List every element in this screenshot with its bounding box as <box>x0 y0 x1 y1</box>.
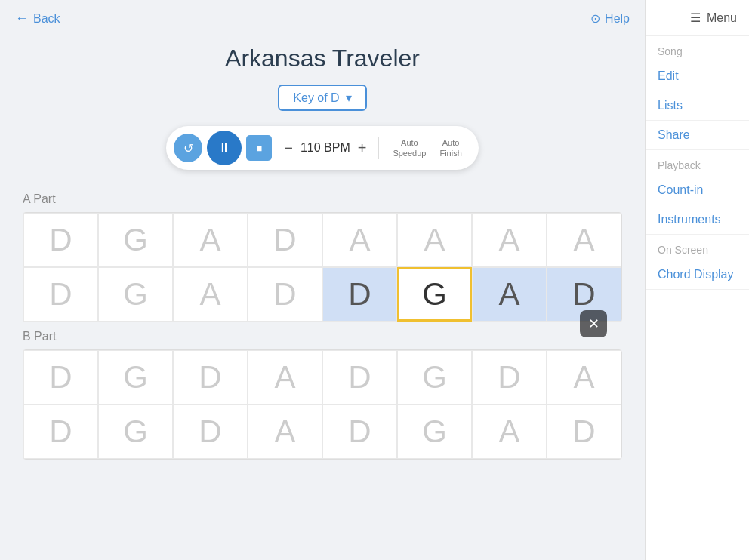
song-title: Arkansas Traveler <box>0 45 645 72</box>
controls-bar: ↺ ⏸ ■ − 110 BPM + AutoSpeedup AutoFinish <box>166 126 479 170</box>
sidebar-item-chorddisplay[interactable]: Chord Display <box>646 260 749 290</box>
table-row[interactable]: A <box>248 405 322 459</box>
back-arrow-icon: ← <box>15 11 29 26</box>
table-row[interactable]: A <box>472 267 547 322</box>
song-title-area: Arkansas Traveler <box>0 37 645 85</box>
table-row[interactable]: G <box>98 213 173 267</box>
table-row[interactable]: A <box>322 213 397 267</box>
table-row[interactable]: A <box>472 405 547 459</box>
table-row[interactable]: D <box>173 405 248 459</box>
table-row[interactable]: G <box>98 350 173 405</box>
table-row[interactable]: G <box>98 267 173 322</box>
key-label: Key of D <box>293 91 339 105</box>
table-row[interactable]: D <box>23 267 98 322</box>
pause-button[interactable]: ⏸ <box>207 131 242 165</box>
sidebar-onscreen-section: On Screen <box>646 235 749 260</box>
bpm-increase-button[interactable]: + <box>358 140 367 157</box>
divider <box>378 137 379 159</box>
table-row[interactable]: D <box>322 405 397 459</box>
b-part-grid: D G D A D G D A D G D A D G A D <box>23 349 622 460</box>
b-part-label: B Part <box>23 330 622 343</box>
table-row[interactable]: G <box>397 350 472 405</box>
back-button[interactable]: ← Back <box>15 11 60 26</box>
table-row[interactable]: A <box>472 213 547 267</box>
table-row[interactable]: G <box>397 405 472 459</box>
sidebar-item-instruments[interactable]: Instruments <box>646 205 749 235</box>
sidebar-header: ☰ Menu <box>646 0 749 36</box>
table-row[interactable]: A <box>397 213 472 267</box>
table-row[interactable]: A <box>547 350 621 405</box>
main-content: ← Back ⊙ Help Arkansas Traveler Key of D… <box>0 0 645 560</box>
bpm-value: 110 BPM <box>301 141 350 155</box>
table-row[interactable]: D <box>248 213 322 267</box>
table-row[interactable]: D <box>23 213 98 267</box>
table-row[interactable]: A <box>173 213 248 267</box>
sidebar-item-share[interactable]: Share <box>646 121 749 150</box>
table-row[interactable]: A <box>248 350 322 405</box>
playback-controls-area: ↺ ⏸ ■ − 110 BPM + AutoSpeedup AutoFinish <box>0 126 645 170</box>
sidebar-playback-section: Playback <box>646 150 749 176</box>
a-part-label: A Part <box>23 192 622 206</box>
table-row[interactable]: D <box>547 405 621 459</box>
sidebar-item-edit[interactable]: Edit <box>646 62 749 91</box>
table-row[interactable]: D <box>322 350 397 405</box>
sidebar: ☰ Menu Song Edit Lists Share Playback Co… <box>645 0 749 560</box>
auto-controls: AutoSpeedup AutoFinish <box>384 136 470 161</box>
chord-area: A Part D G A D A A A A D G A D D G A D ✕ <box>0 192 645 560</box>
auto-finish-button[interactable]: AutoFinish <box>433 136 467 161</box>
sidebar-song-section: Song <box>646 36 749 62</box>
key-dropdown-icon: ▾ <box>346 91 352 105</box>
restart-button[interactable]: ↺ <box>174 134 202 162</box>
top-bar: ← Back ⊙ Help <box>0 0 645 37</box>
close-icon: ✕ <box>588 315 600 332</box>
menu-label: Menu <box>707 11 737 25</box>
current-chord-cell[interactable]: G <box>397 267 472 322</box>
bpm-decrease-button[interactable]: − <box>284 140 293 157</box>
table-row[interactable]: D <box>322 267 397 322</box>
hamburger-icon: ☰ <box>690 11 701 25</box>
table-row[interactable]: A <box>173 267 248 322</box>
table-row[interactable]: D <box>472 350 547 405</box>
auto-speedup-button[interactable]: AutoSpeedup <box>387 136 432 161</box>
stop-button[interactable]: ■ <box>246 135 272 161</box>
table-row[interactable]: D <box>23 350 98 405</box>
table-row[interactable]: D <box>248 267 322 322</box>
table-row[interactable]: D <box>173 350 248 405</box>
help-label: Help <box>605 12 630 26</box>
help-circle-icon: ⊙ <box>590 11 600 26</box>
a-part-grid: D G A D A A A A D G A D D G A D <box>23 212 622 322</box>
bpm-control: − 110 BPM + <box>276 140 374 157</box>
back-label: Back <box>33 12 60 26</box>
table-row[interactable]: G <box>98 405 173 459</box>
sidebar-item-countin[interactable]: Count-in <box>646 176 749 205</box>
key-selector-area: Key of D ▾ <box>0 85 645 111</box>
chord-popup-close[interactable]: ✕ <box>580 310 607 337</box>
key-selector-button[interactable]: Key of D ▾ <box>278 85 366 111</box>
table-row[interactable]: A <box>547 213 621 267</box>
help-button[interactable]: ⊙ Help <box>590 11 630 26</box>
table-row[interactable]: D <box>23 405 98 459</box>
sidebar-item-lists[interactable]: Lists <box>646 91 749 121</box>
